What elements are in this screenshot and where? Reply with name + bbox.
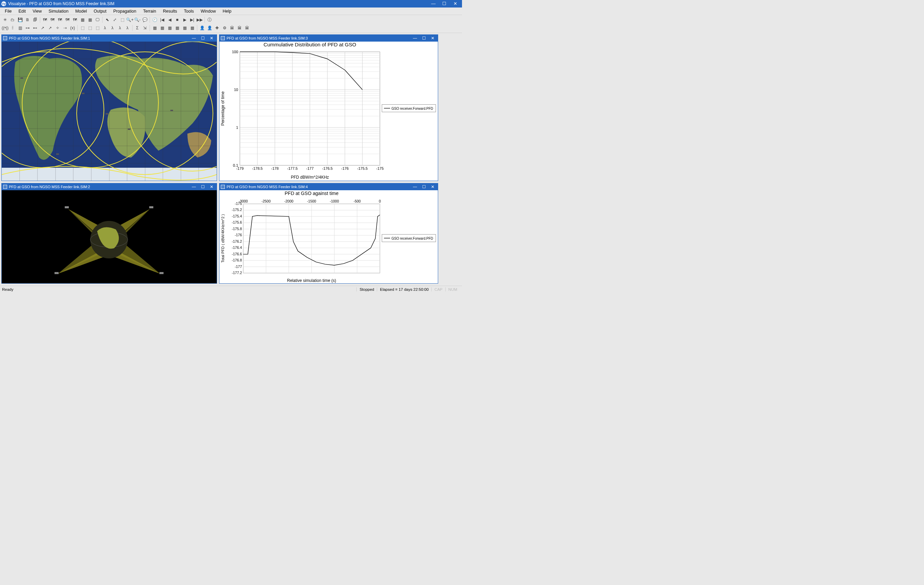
menu-help[interactable]: Help xyxy=(219,8,235,14)
subwin-min[interactable]: — xyxy=(190,36,198,41)
toolbar-sigma[interactable]: Σ xyxy=(134,24,141,32)
chart-time-viewport[interactable]: -3000-2500-2000-1500-1000-5000-175-175.2… xyxy=(219,190,438,283)
menu-file[interactable]: File xyxy=(2,8,15,14)
toolbar-tile1[interactable]: ▦ xyxy=(151,24,158,32)
toolbar-separator xyxy=(150,17,150,23)
svg-text:-175: -175 xyxy=(376,166,384,170)
toolbar-step[interactable]: ▶| xyxy=(188,16,196,23)
toolbar-user1[interactable]: 👤 xyxy=(198,24,206,32)
toolbar-view-data[interactable]: ▦ xyxy=(79,16,86,23)
toolbar-tb1[interactable]: 🏛 xyxy=(228,24,236,32)
toolbar-view-cursor[interactable]: 🗺 xyxy=(71,16,79,23)
subwin-close[interactable]: ✕ xyxy=(429,184,436,189)
toolbar-vector[interactable]: ↗ xyxy=(46,24,54,32)
toolbar-view-table[interactable]: 🗺 xyxy=(64,16,71,23)
subwin-max[interactable]: ☐ xyxy=(199,36,207,41)
toolbar-view-watch[interactable]: 🖵 xyxy=(94,16,101,23)
menu-tools[interactable]: Tools xyxy=(181,8,197,14)
menu-results[interactable]: Results xyxy=(160,8,181,14)
toolbar-export[interactable]: ⇲ xyxy=(141,24,148,32)
menu-edit[interactable]: Edit xyxy=(15,8,29,14)
subwin-min[interactable]: — xyxy=(411,36,419,41)
svg-rect-27 xyxy=(128,129,130,130)
subwin-max[interactable]: ☐ xyxy=(420,184,428,189)
toolbar-rew-start[interactable]: |◀ xyxy=(158,16,166,23)
map-viewport[interactable] xyxy=(2,41,217,181)
subwin-3d-titlebar[interactable]: PFD at GSO from NGSO MSS Feeder link.SIM… xyxy=(2,183,217,190)
toolbar-doc2[interactable]: 🗐 xyxy=(31,16,39,23)
toolbar-rew[interactable]: ◀ xyxy=(166,16,173,23)
subwin-max[interactable]: ☐ xyxy=(420,36,428,41)
toolbar-link1[interactable]: ⊶ xyxy=(24,24,31,32)
3d-viewport[interactable] xyxy=(2,190,217,283)
svg-rect-96 xyxy=(160,272,163,274)
toolbar-rx4[interactable]: λ xyxy=(101,24,109,32)
toolbar-tile2[interactable]: ▦ xyxy=(158,24,166,32)
toolbar-tb3[interactable]: 🏛 xyxy=(243,24,251,32)
subwin-close[interactable]: ✕ xyxy=(208,184,215,189)
toolbar-route[interactable]: ⇢ xyxy=(61,24,69,32)
toolbar-ffwd[interactable]: ▶▶ xyxy=(196,16,203,23)
toolbar-open[interactable]: 🗀 xyxy=(9,16,16,23)
toolbar-star[interactable]: ✧ xyxy=(54,24,61,32)
chart-cdf-viewport[interactable]: -179-178.5-178-177.5-177-176.5-176-175.5… xyxy=(219,41,438,181)
menu-propagation[interactable]: Propagation xyxy=(110,8,140,14)
toolbar-rx7[interactable]: λ xyxy=(124,24,131,32)
subwin-min[interactable]: — xyxy=(190,184,198,189)
toolbar-view-platecaree[interactable]: 🗺 xyxy=(49,16,56,23)
menu-window[interactable]: Window xyxy=(197,8,219,14)
toolbar-clock[interactable]: 🕘 xyxy=(151,16,158,23)
subwin-max[interactable]: ☐ xyxy=(199,184,207,189)
toolbar-new[interactable]: ✳ xyxy=(2,16,9,23)
toolbar-zoom-in[interactable]: 🔍+ xyxy=(126,16,134,23)
toolbar-pointer[interactable]: ⬉ xyxy=(104,16,111,23)
toolbar-view-mercator[interactable]: 🗺 xyxy=(41,16,49,23)
toolbar-tile5[interactable]: ▦ xyxy=(181,24,188,32)
toolbar-fx[interactable]: (x) xyxy=(69,24,76,32)
subwin-cdf-titlebar[interactable]: PFD at GSO from NGSO MSS Feeder link.SIM… xyxy=(219,35,438,41)
menu-simulation[interactable]: Simulation xyxy=(45,8,72,14)
subwin-time-titlebar[interactable]: PFD at GSO from NGSO MSS Feeder link.SIM… xyxy=(219,183,438,190)
toolbar-chat[interactable]: 💬 xyxy=(141,16,148,23)
subwin-close[interactable]: ✕ xyxy=(208,36,215,41)
toolbar-tile6[interactable]: ▦ xyxy=(188,24,196,32)
toolbar-zoom-area[interactable]: ⤢ xyxy=(111,16,119,23)
maximize-button[interactable]: ☐ xyxy=(439,0,450,8)
toolbar-tile4[interactable]: ▦ xyxy=(173,24,181,32)
menu-output[interactable]: Output xyxy=(90,8,110,14)
subwin-map-titlebar[interactable]: PFD at GSO from NGSO MSS Feeder link.SIM… xyxy=(2,35,217,41)
toolbar-zoom-window[interactable]: ⬚ xyxy=(119,16,126,23)
toolbar-grid[interactable]: ⦙⦙ xyxy=(9,24,16,32)
toolbar-add[interactable]: ✚ xyxy=(213,24,221,32)
toolbar-antenna[interactable]: ((•)) xyxy=(2,24,9,32)
toolbar-cfg[interactable]: ⚙ xyxy=(221,24,228,32)
menu-terrain[interactable]: Terrain xyxy=(140,8,160,14)
close-button[interactable]: ✕ xyxy=(450,0,460,8)
toolbar-user2[interactable]: 👤 xyxy=(206,24,213,32)
toolbar-doc1[interactable]: 🗎 xyxy=(24,16,31,23)
subwin-close[interactable]: ✕ xyxy=(429,36,436,41)
toolbar-rx2[interactable]: ⬚ xyxy=(86,24,94,32)
subwin-min[interactable]: — xyxy=(411,184,419,189)
toolbar-view-3d[interactable]: 🗺 xyxy=(56,16,64,23)
toolbar-link2[interactable]: ⊷ xyxy=(31,24,39,32)
toolbar-info[interactable]: ⓘ xyxy=(206,16,213,23)
map-icon xyxy=(3,36,7,40)
toolbar-rx6[interactable]: λ xyxy=(116,24,124,32)
toolbar-rx3[interactable]: ⬚ xyxy=(94,24,101,32)
toolbar-save[interactable]: 💾 xyxy=(16,16,24,23)
toolbar-beam[interactable]: ▥ xyxy=(16,24,24,32)
toolbar-arrow[interactable]: ↗ xyxy=(39,24,46,32)
toolbar-zoom-out[interactable]: 🔍- xyxy=(134,16,141,23)
toolbar-rx1[interactable]: ⬚ xyxy=(79,24,86,32)
toolbar-tile3[interactable]: ▦ xyxy=(166,24,173,32)
menu-model[interactable]: Model xyxy=(72,8,90,14)
minimize-button[interactable]: — xyxy=(428,0,439,8)
menu-view[interactable]: View xyxy=(29,8,45,14)
toolbar-stop[interactable]: ■ xyxy=(173,16,181,23)
toolbar-view-chart[interactable]: ▦ xyxy=(86,16,94,23)
toolbar-play[interactable]: ▶ xyxy=(181,16,188,23)
toolbar-tb2[interactable]: 🏛 xyxy=(236,24,243,32)
svg-text:-176.5: -176.5 xyxy=(322,166,333,170)
toolbar-rx5[interactable]: λ xyxy=(109,24,116,32)
